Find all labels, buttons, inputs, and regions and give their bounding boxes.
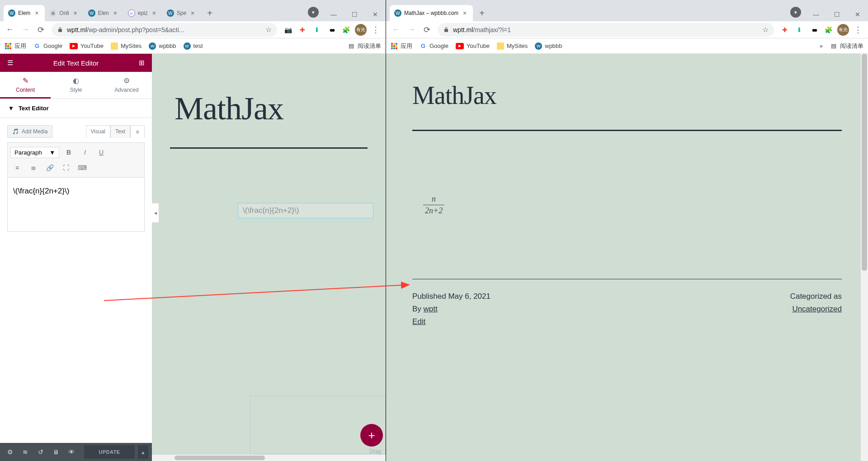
tab-mathjax[interactable]: W MathJax – wpbbb.com ×: [390, 5, 473, 21]
back-button[interactable]: ←: [389, 23, 403, 37]
bookmark-reading-list[interactable]: ▤阅读清单: [348, 42, 381, 50]
link-button[interactable]: 🔗: [43, 161, 57, 174]
editor-tab-dynamic[interactable]: ≡: [130, 125, 145, 138]
maximize-button[interactable]: ☐: [826, 8, 847, 21]
tab-style[interactable]: ◐Style: [51, 72, 101, 99]
collapse-panel-button[interactable]: ◂: [152, 203, 159, 223]
drop-zone[interactable]: [250, 395, 386, 454]
bookmark-youtube[interactable]: ▶YouTube: [456, 42, 490, 49]
bookmark-mysites[interactable]: MySites: [497, 42, 528, 50]
bookmark-youtube[interactable]: ▶YouTube: [70, 42, 104, 49]
fullscreen-button[interactable]: ⛶: [59, 161, 73, 174]
close-icon[interactable]: ×: [151, 9, 158, 17]
new-tab-button[interactable]: +: [203, 7, 216, 19]
widgets-grid-icon[interactable]: ⊞: [137, 58, 146, 67]
star-icon[interactable]: ☆: [762, 25, 769, 34]
editor-tab-text[interactable]: Text: [110, 125, 130, 138]
maximize-button[interactable]: ☐: [344, 8, 365, 21]
history-button[interactable]: ↺: [34, 446, 47, 458]
bookmark-wpbbb[interactable]: Wwpbbb: [535, 42, 562, 50]
close-window-button[interactable]: ✕: [847, 8, 868, 21]
text-widget-selected[interactable]: \(\frac{n}{2n+2}\): [238, 203, 373, 218]
window-controls: — ☐ ✕: [323, 7, 386, 21]
author-link[interactable]: wptt: [424, 305, 438, 313]
tab-epiz[interactable]: ∞ epiz ×: [123, 5, 162, 21]
bookmark-reading-list[interactable]: ▤阅读清单: [830, 42, 863, 50]
settings-button[interactable]: ⚙: [4, 446, 16, 458]
close-icon[interactable]: ×: [461, 9, 468, 17]
url-bar[interactable]: wptt.ml/mathjax/?i=1 ☆: [438, 23, 774, 37]
section-text-editor[interactable]: ▼ Text Editor: [0, 99, 152, 118]
ext-dots-icon[interactable]: ●●: [808, 24, 819, 35]
paragraph-select[interactable]: Paragraph▼: [10, 147, 59, 158]
close-icon[interactable]: ×: [189, 9, 196, 17]
horizontal-scrollbar[interactable]: [152, 455, 386, 461]
reload-button[interactable]: ⟳: [33, 23, 48, 37]
forward-button[interactable]: →: [18, 23, 33, 37]
bookmark-google[interactable]: GGoogle: [33, 42, 62, 50]
bold-button[interactable]: B: [62, 146, 75, 159]
add-section-button[interactable]: +: [360, 424, 383, 447]
vertical-scrollbar[interactable]: [861, 54, 868, 461]
extensions-icon[interactable]: 🧩: [340, 24, 351, 35]
bookmark-apps[interactable]: 应用: [5, 42, 26, 50]
bookmark-google[interactable]: GGoogle: [420, 42, 448, 50]
tab-content[interactable]: ✎Content: [0, 72, 51, 99]
underline-button[interactable]: U: [94, 146, 108, 159]
profile-avatar[interactable]: 有光: [837, 24, 849, 36]
update-button[interactable]: UPDATE: [84, 445, 135, 459]
bookmark-more[interactable]: »: [820, 42, 823, 49]
close-icon[interactable]: ×: [33, 9, 40, 17]
close-window-button[interactable]: ✕: [365, 8, 386, 21]
profile-avatar[interactable]: 有光: [355, 24, 367, 36]
responsive-button[interactable]: 🖥: [50, 446, 62, 458]
tab-spe[interactable]: W Spe ×: [162, 5, 201, 21]
minimize-button[interactable]: —: [323, 8, 344, 21]
number-list-button[interactable]: ≣: [27, 161, 40, 174]
tab-title: Elem: [18, 10, 30, 16]
hamburger-icon[interactable]: ☰: [5, 58, 14, 67]
back-button[interactable]: ←: [3, 23, 17, 37]
media-control-icon[interactable]: ▾: [790, 7, 801, 18]
camera-icon[interactable]: 📷: [283, 24, 293, 35]
tab-elen[interactable]: W Elen ×: [84, 5, 123, 21]
tab-elementor[interactable]: W Elem ×: [4, 5, 45, 21]
menu-icon[interactable]: ⋮: [853, 24, 863, 35]
forward-button[interactable]: →: [404, 23, 419, 37]
media-control-icon[interactable]: ▾: [308, 7, 319, 18]
extensions-icon[interactable]: 🧩: [823, 24, 834, 35]
ext-download-icon[interactable]: ⬇: [794, 24, 805, 35]
bookmark-test[interactable]: Wtest: [184, 42, 203, 50]
bookmark-apps[interactable]: 应用: [391, 42, 412, 50]
bullet-list-button[interactable]: ≡: [10, 161, 24, 174]
editor-tab-visual[interactable]: Visual: [86, 125, 110, 138]
ext-plus-icon[interactable]: ✚: [297, 24, 308, 35]
ext-plus-icon[interactable]: ✚: [779, 24, 790, 35]
scrollbar-thumb[interactable]: [862, 54, 867, 271]
preview-button[interactable]: 👁: [65, 446, 78, 458]
bookmark-wpbbb[interactable]: Wwpbbb: [149, 42, 176, 50]
editor-textarea[interactable]: \(\frac{n}{2n+2}\): [7, 178, 145, 232]
reload-button[interactable]: ⟳: [420, 23, 434, 37]
italic-button[interactable]: I: [78, 146, 92, 159]
edit-link[interactable]: Edit: [412, 317, 491, 326]
minimize-button[interactable]: —: [806, 8, 826, 21]
tab-advanced[interactable]: ⚙Advanced: [101, 72, 152, 99]
ext-download-icon[interactable]: ⬇: [311, 24, 322, 35]
wordpress-icon: W: [88, 9, 95, 17]
scrollbar-thumb[interactable]: [175, 456, 265, 460]
close-icon[interactable]: ×: [112, 9, 119, 17]
menu-icon[interactable]: ⋮: [370, 24, 381, 35]
star-icon[interactable]: ☆: [265, 25, 272, 34]
add-media-button[interactable]: 🎵Add Media: [7, 125, 52, 138]
update-options-button[interactable]: ▴: [137, 445, 148, 459]
new-tab-button[interactable]: +: [476, 7, 488, 19]
url-bar[interactable]: wptt.ml/wp-admin/post.php?post=5&acti...…: [52, 23, 277, 37]
bookmark-mysites[interactable]: MySites: [111, 42, 142, 50]
tab-online[interactable]: ⚙ Onli ×: [45, 5, 83, 21]
navigator-button[interactable]: ≋: [19, 446, 32, 458]
category-link[interactable]: Uncategorized: [790, 305, 842, 314]
ext-dots-icon[interactable]: ●●: [326, 24, 337, 35]
close-icon[interactable]: ×: [72, 9, 79, 17]
keyboard-button[interactable]: ⌨: [75, 161, 89, 174]
